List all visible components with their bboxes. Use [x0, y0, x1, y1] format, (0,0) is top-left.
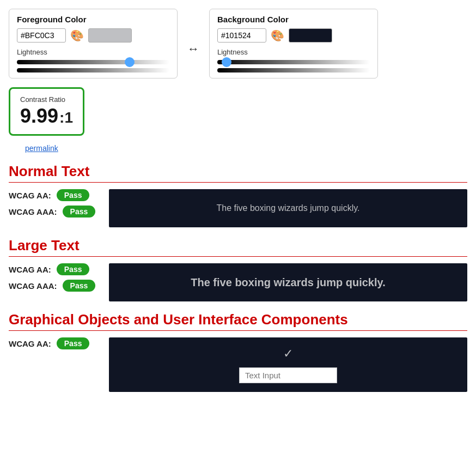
large-text-section: Large Text WCAG AA: Pass WCAG AAA: Pass …	[9, 237, 467, 301]
contrast-ratio-number: 9.99	[20, 105, 58, 128]
foreground-hex-input[interactable]	[17, 28, 66, 43]
normal-text-wcag-aaa-row: WCAG AAA: Pass	[9, 206, 96, 218]
graphical-wcag-preview: WCAG AA: Pass ✓	[9, 337, 467, 392]
permalink-row: permalink	[9, 143, 467, 153]
contrast-ratio-suffix: :1	[59, 109, 73, 126]
background-input-row: 🎨	[217, 28, 370, 43]
background-title: Background Color	[217, 15, 370, 24]
graphical-wcag-aa-row: WCAG AA: Pass	[9, 337, 96, 349]
text-input-demo[interactable]	[239, 367, 337, 383]
foreground-lightness-label: Lightness	[17, 48, 169, 56]
foreground-panel: Foreground Color 🎨 Lightness	[9, 9, 178, 78]
large-text-wcag-aa-badge: Pass	[57, 263, 90, 275]
normal-text-title: Normal Text	[9, 163, 467, 180]
graphical-wcag-labels: WCAG AA: Pass	[9, 337, 96, 349]
normal-text-wcag-preview: WCAG AA: Pass WCAG AAA: Pass The five bo…	[9, 189, 467, 227]
normal-text-wcag-aaa-label: WCAG AAA:	[9, 207, 57, 216]
large-text-wcag-aaa-badge: Pass	[63, 280, 96, 292]
normal-text-section: Normal Text WCAG AA: Pass WCAG AAA: Pass…	[9, 163, 467, 227]
background-panel: Background Color 🎨 Lightness	[209, 9, 378, 78]
contrast-ratio-section: Contrast Ratio 9.99 :1	[9, 87, 467, 139]
foreground-title: Foreground Color	[17, 15, 169, 24]
permalink-link[interactable]: permalink	[25, 144, 58, 153]
graphical-preview-box: ✓	[109, 337, 467, 392]
large-text-divider	[9, 256, 467, 257]
contrast-ratio-label: Contrast Ratio	[20, 95, 73, 104]
background-lightness-label: Lightness	[217, 48, 370, 56]
normal-text-wcag-labels: WCAG AA: Pass WCAG AAA: Pass	[9, 189, 96, 218]
background-hex-input[interactable]	[217, 28, 266, 43]
normal-text-wcag-aa-label: WCAG AA:	[9, 191, 51, 200]
large-text-wcag-aaa-row: WCAG AAA: Pass	[9, 280, 96, 292]
checkmark-icon: ✓	[283, 347, 293, 361]
foreground-input-row: 🎨	[17, 28, 169, 43]
large-text-wcag-aaa-label: WCAG AAA:	[9, 281, 57, 291]
graphical-divider	[9, 330, 467, 331]
foreground-gradient-bar	[17, 68, 169, 73]
foreground-swatch	[88, 28, 132, 43]
swap-colors-button[interactable]: ↔	[178, 42, 209, 56]
large-text-wcag-preview: WCAG AA: Pass WCAG AAA: Pass The five bo…	[9, 263, 467, 301]
background-gradient-bar	[217, 68, 370, 73]
foreground-lightness-slider-container	[17, 58, 169, 66]
background-color-wheel-icon[interactable]: 🎨	[271, 29, 284, 42]
large-text-title: Large Text	[9, 237, 467, 254]
background-swatch	[289, 28, 332, 43]
graphical-section: Graphical Objects and User Interface Com…	[9, 311, 467, 392]
graphical-wcag-aa-badge: Pass	[57, 337, 90, 349]
graphical-title: Graphical Objects and User Interface Com…	[9, 311, 467, 328]
large-text-wcag-aa-row: WCAG AA: Pass	[9, 263, 96, 275]
background-lightness-slider-container	[217, 58, 370, 66]
color-pickers-row: Foreground Color 🎨 Lightness ↔ Backgroun…	[9, 9, 467, 78]
normal-text-wcag-aa-row: WCAG AA: Pass	[9, 189, 96, 201]
contrast-ratio-value-row: 9.99 :1	[20, 105, 73, 128]
normal-text-divider	[9, 182, 467, 183]
large-text-wcag-aa-label: WCAG AA:	[9, 265, 51, 274]
normal-text-preview-box: The five boxing wizards jump quickly.	[109, 189, 467, 227]
large-text-wcag-labels: WCAG AA: Pass WCAG AAA: Pass	[9, 263, 96, 292]
normal-text-wcag-aa-badge: Pass	[57, 189, 90, 201]
contrast-ratio-box: Contrast Ratio 9.99 :1	[9, 87, 84, 136]
large-text-preview-text: The five boxing wizards jump quickly.	[191, 276, 385, 289]
large-text-preview-box: The five boxing wizards jump quickly.	[109, 263, 467, 301]
normal-text-wcag-aaa-badge: Pass	[63, 206, 96, 218]
foreground-color-wheel-icon[interactable]: 🎨	[70, 29, 84, 42]
normal-text-preview-text: The five boxing wizards jump quickly.	[217, 203, 360, 213]
graphical-wcag-aa-label: WCAG AA:	[9, 339, 51, 348]
